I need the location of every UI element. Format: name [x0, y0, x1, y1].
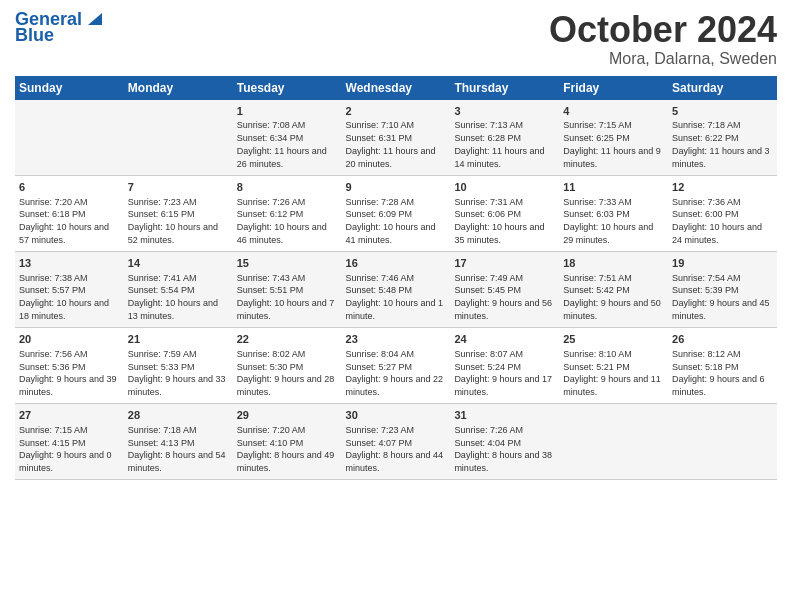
daylight-text: Daylight: 9 hours and 50 minutes. — [563, 298, 661, 321]
sunrise-text: Sunrise: 7:41 AM — [128, 273, 197, 283]
calendar-cell: 10Sunrise: 7:31 AMSunset: 6:06 PMDayligh… — [450, 175, 559, 251]
daylight-text: Daylight: 11 hours and 26 minutes. — [237, 146, 327, 169]
calendar-cell: 23Sunrise: 8:04 AMSunset: 5:27 PMDayligh… — [342, 327, 451, 403]
sunrise-text: Sunrise: 7:23 AM — [128, 197, 197, 207]
sunrise-text: Sunrise: 7:15 AM — [19, 425, 88, 435]
daylight-text: Daylight: 10 hours and 7 minutes. — [237, 298, 335, 321]
sunrise-text: Sunrise: 7:20 AM — [19, 197, 88, 207]
calendar-cell — [15, 100, 124, 176]
calendar-cell: 2Sunrise: 7:10 AMSunset: 6:31 PMDaylight… — [342, 100, 451, 176]
sunset-text: Sunset: 5:21 PM — [563, 362, 630, 372]
sunrise-text: Sunrise: 7:18 AM — [672, 120, 741, 130]
sunset-text: Sunset: 6:06 PM — [454, 209, 521, 219]
day-number: 1 — [237, 104, 338, 119]
day-number: 30 — [346, 408, 447, 423]
sunrise-text: Sunrise: 8:10 AM — [563, 349, 632, 359]
calendar-cell: 17Sunrise: 7:49 AMSunset: 5:45 PMDayligh… — [450, 251, 559, 327]
col-thursday: Thursday — [450, 76, 559, 100]
sunrise-text: Sunrise: 7:20 AM — [237, 425, 306, 435]
calendar-week-5: 27Sunrise: 7:15 AMSunset: 4:15 PMDayligh… — [15, 403, 777, 479]
col-monday: Monday — [124, 76, 233, 100]
calendar-cell: 1Sunrise: 7:08 AMSunset: 6:34 PMDaylight… — [233, 100, 342, 176]
col-sunday: Sunday — [15, 76, 124, 100]
sunset-text: Sunset: 6:15 PM — [128, 209, 195, 219]
daylight-text: Daylight: 8 hours and 44 minutes. — [346, 450, 444, 473]
sunset-text: Sunset: 6:31 PM — [346, 133, 413, 143]
daylight-text: Daylight: 10 hours and 24 minutes. — [672, 222, 762, 245]
calendar-cell: 12Sunrise: 7:36 AMSunset: 6:00 PMDayligh… — [668, 175, 777, 251]
daylight-text: Daylight: 9 hours and 22 minutes. — [346, 374, 444, 397]
calendar-cell: 25Sunrise: 8:10 AMSunset: 5:21 PMDayligh… — [559, 327, 668, 403]
sunrise-text: Sunrise: 7:26 AM — [454, 425, 523, 435]
daylight-text: Daylight: 8 hours and 38 minutes. — [454, 450, 552, 473]
calendar-cell: 20Sunrise: 7:56 AMSunset: 5:36 PMDayligh… — [15, 327, 124, 403]
day-number: 24 — [454, 332, 555, 347]
day-number: 12 — [672, 180, 773, 195]
sunset-text: Sunset: 4:07 PM — [346, 438, 413, 448]
calendar-cell: 16Sunrise: 7:46 AMSunset: 5:48 PMDayligh… — [342, 251, 451, 327]
day-number: 18 — [563, 256, 664, 271]
calendar-cell: 19Sunrise: 7:54 AMSunset: 5:39 PMDayligh… — [668, 251, 777, 327]
calendar-cell: 27Sunrise: 7:15 AMSunset: 4:15 PMDayligh… — [15, 403, 124, 479]
sunset-text: Sunset: 4:10 PM — [237, 438, 304, 448]
calendar-cell: 11Sunrise: 7:33 AMSunset: 6:03 PMDayligh… — [559, 175, 668, 251]
daylight-text: Daylight: 10 hours and 35 minutes. — [454, 222, 544, 245]
daylight-text: Daylight: 11 hours and 3 minutes. — [672, 146, 770, 169]
sunrise-text: Sunrise: 7:18 AM — [128, 425, 197, 435]
calendar-cell: 30Sunrise: 7:23 AMSunset: 4:07 PMDayligh… — [342, 403, 451, 479]
sunrise-text: Sunrise: 7:15 AM — [563, 120, 632, 130]
sunrise-text: Sunrise: 7:59 AM — [128, 349, 197, 359]
sunset-text: Sunset: 4:15 PM — [19, 438, 86, 448]
sunrise-text: Sunrise: 7:31 AM — [454, 197, 523, 207]
daylight-text: Daylight: 10 hours and 52 minutes. — [128, 222, 218, 245]
sunset-text: Sunset: 6:25 PM — [563, 133, 630, 143]
logo-blue: Blue — [15, 26, 54, 46]
sunset-text: Sunset: 5:33 PM — [128, 362, 195, 372]
day-number: 13 — [19, 256, 120, 271]
calendar-cell: 5Sunrise: 7:18 AMSunset: 6:22 PMDaylight… — [668, 100, 777, 176]
calendar-cell: 26Sunrise: 8:12 AMSunset: 5:18 PMDayligh… — [668, 327, 777, 403]
daylight-text: Daylight: 9 hours and 45 minutes. — [672, 298, 770, 321]
calendar-cell: 4Sunrise: 7:15 AMSunset: 6:25 PMDaylight… — [559, 100, 668, 176]
daylight-text: Daylight: 9 hours and 6 minutes. — [672, 374, 765, 397]
day-number: 14 — [128, 256, 229, 271]
sunset-text: Sunset: 6:34 PM — [237, 133, 304, 143]
daylight-text: Daylight: 9 hours and 17 minutes. — [454, 374, 552, 397]
calendar-body: 1Sunrise: 7:08 AMSunset: 6:34 PMDaylight… — [15, 100, 777, 480]
sunset-text: Sunset: 5:51 PM — [237, 285, 304, 295]
sunrise-text: Sunrise: 8:02 AM — [237, 349, 306, 359]
day-number: 22 — [237, 332, 338, 347]
calendar-week-4: 20Sunrise: 7:56 AMSunset: 5:36 PMDayligh… — [15, 327, 777, 403]
sunset-text: Sunset: 4:13 PM — [128, 438, 195, 448]
calendar-cell: 24Sunrise: 8:07 AMSunset: 5:24 PMDayligh… — [450, 327, 559, 403]
daylight-text: Daylight: 10 hours and 29 minutes. — [563, 222, 653, 245]
logo: General Blue — [15, 10, 106, 46]
sunset-text: Sunset: 5:18 PM — [672, 362, 739, 372]
day-number: 19 — [672, 256, 773, 271]
day-number: 9 — [346, 180, 447, 195]
sunrise-text: Sunrise: 8:04 AM — [346, 349, 415, 359]
daylight-text: Daylight: 11 hours and 20 minutes. — [346, 146, 436, 169]
sunset-text: Sunset: 5:42 PM — [563, 285, 630, 295]
day-number: 27 — [19, 408, 120, 423]
day-number: 5 — [672, 104, 773, 119]
calendar-cell: 13Sunrise: 7:38 AMSunset: 5:57 PMDayligh… — [15, 251, 124, 327]
sunrise-text: Sunrise: 7:46 AM — [346, 273, 415, 283]
sunset-text: Sunset: 5:27 PM — [346, 362, 413, 372]
col-tuesday: Tuesday — [233, 76, 342, 100]
calendar-cell — [124, 100, 233, 176]
sunset-text: Sunset: 6:09 PM — [346, 209, 413, 219]
calendar-cell — [668, 403, 777, 479]
daylight-text: Daylight: 9 hours and 33 minutes. — [128, 374, 226, 397]
calendar-cell: 3Sunrise: 7:13 AMSunset: 6:28 PMDaylight… — [450, 100, 559, 176]
daylight-text: Daylight: 8 hours and 49 minutes. — [237, 450, 335, 473]
logo-icon — [84, 7, 106, 29]
day-number: 11 — [563, 180, 664, 195]
daylight-text: Daylight: 9 hours and 28 minutes. — [237, 374, 335, 397]
sunset-text: Sunset: 6:00 PM — [672, 209, 739, 219]
daylight-text: Daylight: 9 hours and 39 minutes. — [19, 374, 117, 397]
daylight-text: Daylight: 9 hours and 56 minutes. — [454, 298, 552, 321]
calendar-cell: 14Sunrise: 7:41 AMSunset: 5:54 PMDayligh… — [124, 251, 233, 327]
day-number: 10 — [454, 180, 555, 195]
sunrise-text: Sunrise: 7:51 AM — [563, 273, 632, 283]
